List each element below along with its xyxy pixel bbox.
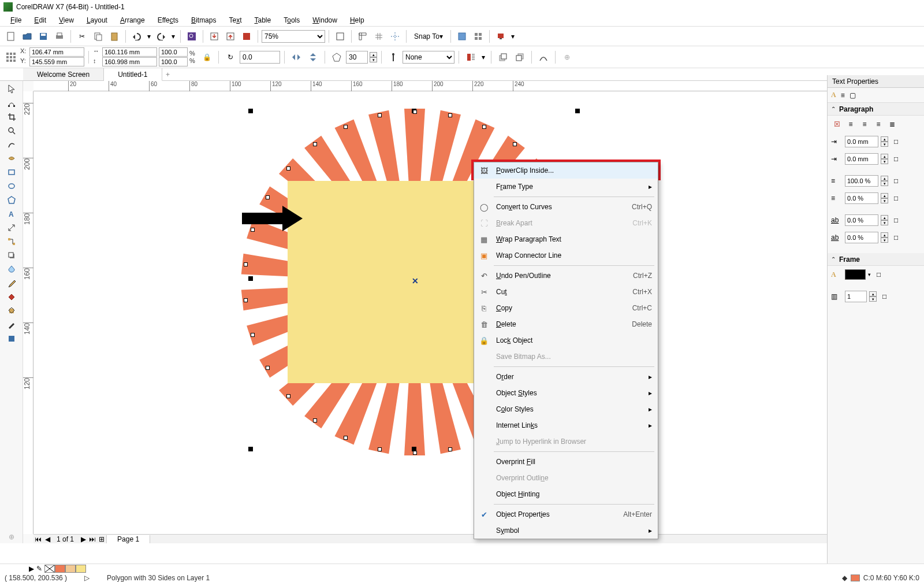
swatch-yellow[interactable] [76,565,86,573]
to-front-icon[interactable] [495,50,511,65]
node-handle[interactable] [482,125,486,129]
align-justify-icon[interactable]: ≣ [886,120,898,128]
spinner[interactable]: ▴▾ [881,215,888,225]
spinner[interactable]: ▴▾ [881,136,888,147]
menu-file[interactable]: File [5,15,27,25]
ctx-object-hinting[interactable]: Object Hinting [474,486,658,502]
import-icon[interactable] [207,29,222,44]
character-tab-icon[interactable]: A [831,91,836,99]
undo-icon[interactable] [129,29,144,44]
node-handle[interactable] [313,142,317,146]
docker-title[interactable]: Text Properties [828,75,924,88]
frame-fill-swatch[interactable] [845,269,866,280]
app-launcher-icon[interactable] [471,29,486,44]
redo-icon[interactable] [154,29,169,44]
ctx-wrap-paragraph[interactable]: ▦Wrap Paragraph Text [474,231,658,247]
spinner[interactable]: ▴▾ [881,193,888,203]
ctx-wrap-connector[interactable]: ▣Wrap Connector Line [474,247,658,264]
fill-tool-status-icon[interactable]: ◆ [842,574,847,582]
menu-bitmaps[interactable]: Bitmaps [185,15,222,25]
mirror-h-icon[interactable] [289,50,304,65]
eyedropper-tool-icon[interactable] [4,276,19,290]
fill-tool-icon[interactable] [4,332,19,345]
pick-tool-icon[interactable] [4,82,19,95]
y-position-input[interactable] [29,57,84,66]
spinner[interactable]: ▴▾ [881,232,888,243]
zoom-tool-icon[interactable] [4,124,19,137]
tab-untitled[interactable]: Untitled-1 [104,68,162,81]
search-content-icon[interactable] [184,29,199,44]
cut-icon[interactable]: ✂ [74,29,90,44]
ctx-delete[interactable]: 🗑DeleteDelete [474,316,658,332]
paste-icon[interactable] [107,29,122,44]
sides-input[interactable] [346,51,368,64]
width-input[interactable] [102,47,157,57]
wrap-dropdown-icon[interactable]: ▾ [480,50,487,65]
text-bg-icon[interactable]: A [831,270,843,279]
page-first-icon[interactable]: ⏮ [33,535,43,543]
undo-dropdown-icon[interactable]: ▾ [146,29,152,44]
show-guides-icon[interactable] [388,29,403,44]
node-handle[interactable] [413,110,417,114]
rectangle-tool-icon[interactable] [4,165,19,179]
ctx-powerclip[interactable]: 🖼PowerClip Inside... [474,162,658,179]
snap-to-button[interactable]: Snap To ▾ [410,29,447,44]
quick-customize-icon[interactable]: ⊕ [560,50,575,65]
welcome-screen-icon[interactable] [493,29,508,44]
ctx-object-properties[interactable]: ✔Object PropertiesAlt+Enter [474,506,658,522]
menu-text[interactable]: Text [223,15,247,25]
show-rulers-icon[interactable] [355,29,370,44]
menu-table[interactable]: Table [249,15,277,25]
node-handle[interactable] [244,298,248,302]
swatch-no-fill[interactable] [44,565,55,573]
word-spacing-input[interactable] [845,232,878,243]
ctx-symbol[interactable]: Symbol▸ [474,522,658,539]
frame-section-header[interactable]: ⌃Frame [828,253,924,266]
vertical-ruler[interactable]: 220200180160140120 [23,91,33,534]
artistic-media-tool-icon[interactable] [4,151,19,165]
node-handle[interactable] [251,333,255,337]
spinner[interactable]: ▴▾ [881,176,888,186]
node-handle[interactable] [513,142,517,146]
connector-tool-icon[interactable] [4,235,19,248]
node-handle[interactable] [448,447,452,451]
transparency-tool-icon[interactable] [4,262,19,276]
convert-curves-icon[interactable] [536,50,551,65]
node-handle[interactable] [244,262,248,266]
text-tool-icon[interactable]: A [4,207,19,220]
frame-tab-icon[interactable]: ▢ [850,91,856,99]
ellipse-tool-icon[interactable] [4,179,19,192]
node-handle[interactable] [286,166,290,170]
paragraph-tab-icon[interactable]: ≡ [841,91,845,99]
selection-handle[interactable] [248,447,253,451]
interactive-fill-tool-icon[interactable] [4,290,19,303]
wrap-text-icon[interactable] [463,50,478,65]
new-icon[interactable] [3,29,18,44]
node-handle[interactable] [344,436,348,440]
shape-tool-icon[interactable] [4,96,19,109]
node-handle[interactable] [378,113,382,117]
x-position-input[interactable] [29,47,84,57]
align-center-icon[interactable]: ≡ [859,120,870,128]
menu-edit[interactable]: Edit [28,15,52,25]
fullscreen-icon[interactable] [333,29,348,44]
swatch-tan[interactable] [65,565,76,573]
menu-tools[interactable]: Tools [278,15,305,25]
menu-arrange[interactable]: Arrange [114,15,151,25]
columns-input[interactable] [845,291,867,302]
selection-handle[interactable] [248,109,253,113]
node-handle[interactable] [286,394,290,398]
char-spacing-input[interactable] [845,214,878,226]
menu-help[interactable]: Help [344,15,370,25]
zoom-select[interactable]: 75% [262,30,325,43]
align-none-icon[interactable]: ☒ [831,120,843,128]
outline-width-select[interactable]: None [403,51,454,64]
spinner[interactable]: ▴▾ [869,291,877,302]
page-next-icon[interactable]: ▶ [79,535,88,543]
paragraph-section-header[interactable]: ⌃Paragraph [828,103,924,116]
show-grid-icon[interactable] [371,29,386,44]
to-back-icon[interactable] [512,50,527,65]
height-input[interactable] [102,57,157,66]
node-handle[interactable] [344,125,348,129]
export-icon[interactable] [223,29,238,44]
